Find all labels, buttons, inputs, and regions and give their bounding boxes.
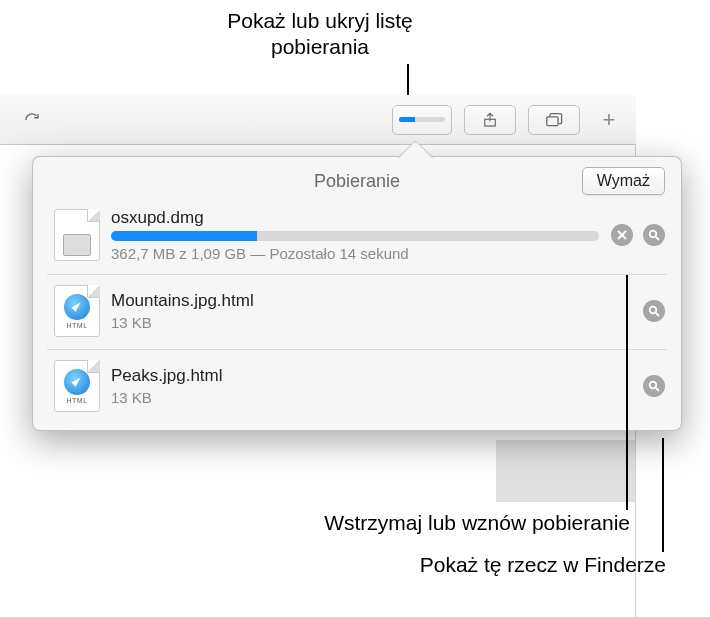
callout-line-pause [626, 275, 628, 510]
callout-line-reveal [662, 438, 664, 552]
tabs-icon [544, 112, 564, 128]
reveal-in-finder-button[interactable] [643, 375, 665, 397]
safari-compass-icon [64, 369, 90, 395]
disk-icon [63, 234, 91, 256]
background-panel [496, 440, 636, 502]
file-icon-html: HTML [54, 360, 100, 412]
safari-compass-icon [64, 294, 90, 320]
share-icon [481, 111, 499, 129]
file-icon-html: HTML [54, 285, 100, 337]
downloads-toolbar-progress [399, 117, 445, 122]
svg-line-7 [656, 313, 659, 316]
popover-title: Pobieranie [314, 171, 400, 192]
stop-icon [617, 230, 627, 240]
download-meta: osxupd.dmg 362,7 MB z 1,09 GB — Pozostał… [111, 208, 605, 262]
download-row: osxupd.dmg 362,7 MB z 1,09 GB — Pozostał… [47, 198, 667, 275]
reveal-in-finder-button[interactable] [643, 300, 665, 322]
download-progress [111, 231, 599, 241]
svg-point-4 [650, 231, 657, 238]
clear-button[interactable]: Wymaż [582, 167, 665, 195]
download-actions [643, 300, 665, 322]
download-actions [643, 375, 665, 397]
reload-button[interactable] [18, 106, 46, 134]
downloads-button[interactable] [392, 105, 452, 135]
download-meta: Peaks.jpg.html 13 KB [111, 366, 637, 406]
callout-reveal-in-finder: Pokaż tę rzecz w Finderze [236, 552, 666, 578]
download-meta: Mountains.jpg.html 13 KB [111, 291, 637, 331]
pause-download-button[interactable] [611, 224, 633, 246]
downloads-toolbar-progress-fill [399, 117, 415, 122]
popover-header: Pobieranie Wymaż [33, 171, 681, 198]
download-status: 362,7 MB z 1,09 GB — Pozostało 14 sekund [111, 245, 599, 262]
svg-rect-1 [547, 116, 558, 125]
magnifier-icon [648, 305, 660, 317]
browser-toolbar: + [0, 95, 636, 145]
file-ext-label: HTML [66, 397, 87, 404]
download-progress-fill [111, 231, 257, 241]
downloads-list: osxupd.dmg 362,7 MB z 1,09 GB — Pozostał… [33, 198, 681, 424]
download-status: 13 KB [111, 389, 631, 406]
svg-line-9 [656, 388, 659, 391]
download-filename: osxupd.dmg [111, 208, 599, 228]
tabs-button[interactable] [528, 105, 580, 135]
download-filename: Peaks.jpg.html [111, 366, 631, 386]
download-row: HTML Mountains.jpg.html 13 KB [47, 275, 667, 350]
callout-toggle-downloads: Pokaż lub ukryj listę pobierania [200, 8, 440, 61]
new-tab-button[interactable]: + [592, 105, 626, 135]
reload-icon [23, 111, 41, 129]
download-row: HTML Peaks.jpg.html 13 KB [47, 350, 667, 424]
magnifier-icon [648, 380, 660, 392]
plus-icon: + [603, 107, 616, 133]
magnifier-icon [648, 229, 660, 241]
svg-point-8 [650, 382, 657, 389]
file-icon-dmg [54, 209, 100, 261]
download-filename: Mountains.jpg.html [111, 291, 631, 311]
svg-point-6 [650, 307, 657, 314]
callout-pause-download: Wstrzymaj lub wznów pobieranie [200, 510, 630, 536]
downloads-popover: Pobieranie Wymaż osxupd.dmg 362,7 MB z 1… [32, 156, 682, 431]
share-button[interactable] [464, 105, 516, 135]
svg-line-5 [656, 237, 659, 240]
file-ext-label: HTML [66, 322, 87, 329]
download-status: 13 KB [111, 314, 631, 331]
reveal-in-finder-button[interactable] [643, 224, 665, 246]
download-actions [611, 224, 665, 246]
